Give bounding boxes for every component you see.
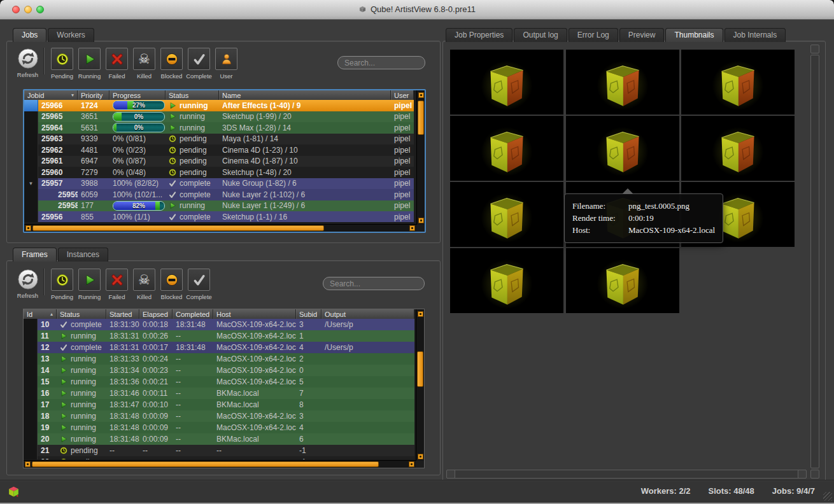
thumbnail-tile[interactable] <box>681 50 795 115</box>
column-header-id[interactable]: Id▴ <box>24 309 57 319</box>
pending-button[interactable]: Pending <box>48 48 76 80</box>
right-scroll-corner-bottom[interactable] <box>810 470 819 479</box>
jobs-horizontal-scrollbar[interactable] <box>24 224 416 232</box>
frame-row[interactable]: 10 complete 18:31:30 0:00:18 18:31:48 Ma… <box>24 319 414 330</box>
killed-button[interactable]: ☠ Killed <box>131 269 158 300</box>
frame-row[interactable]: 19 running 18:31:48 0:00:09 -- MacOSX-10… <box>24 422 414 433</box>
row-gutter[interactable] <box>24 353 38 365</box>
frame-row[interactable]: 18 running 18:31:48 0:00:09 -- MacOSX-10… <box>24 410 414 422</box>
column-header-priority[interactable]: Priority <box>78 90 110 100</box>
job-row[interactable]: 25956 855 100% (1/1) complete Sketchup (… <box>24 211 414 222</box>
thumbnail-tile[interactable] <box>450 248 563 313</box>
row-gutter[interactable] <box>24 200 38 212</box>
frame-row[interactable]: 13 running 18:31:33 0:00:24 -- MacOSX-10… <box>24 353 414 365</box>
jobs-horizontal-scroll-thumb[interactable] <box>32 225 324 231</box>
right-horizontal-scrollbar[interactable] <box>446 470 807 479</box>
right-scroll-right-button[interactable] <box>798 470 807 479</box>
row-gutter[interactable] <box>24 422 38 433</box>
row-gutter[interactable] <box>24 433 38 445</box>
row-gutter[interactable] <box>24 167 38 178</box>
row-gutter[interactable]: ▼ <box>24 178 38 190</box>
tab-instances[interactable]: Instances <box>58 248 108 262</box>
jobs-vertical-scrollbar[interactable] <box>416 90 425 225</box>
blocked-button[interactable]: Blocked <box>158 48 185 80</box>
tab-output-log[interactable]: Output log <box>514 28 567 42</box>
frame-row[interactable]: 22 pending -- -- -- -- -1 <box>24 456 414 459</box>
thumbnail-tile[interactable] <box>566 50 679 115</box>
row-gutter[interactable] <box>24 156 38 167</box>
tab-job-properties[interactable]: Job Properties <box>446 28 512 42</box>
jobs-scroll-right-button[interactable] <box>409 225 415 231</box>
refresh-button[interactable]: Refresh <box>14 269 41 299</box>
complete-button[interactable]: Complete <box>185 48 213 80</box>
jobs-scroll-up-button[interactable] <box>418 92 424 98</box>
column-header-status[interactable]: Status <box>57 309 106 319</box>
right-scroll-left-button[interactable] <box>446 470 455 479</box>
frames-horizontal-scrollbar[interactable] <box>24 460 416 468</box>
column-header-elapsed[interactable]: Elapsed <box>139 309 173 319</box>
job-row[interactable]: 25964 5631 0% running 3DS Max (1-28) / 1… <box>24 122 414 134</box>
column-header-subid[interactable]: Subid <box>296 309 322 319</box>
row-gutter[interactable] <box>24 134 38 145</box>
running-button[interactable]: Running <box>76 269 103 300</box>
frame-row[interactable]: 15 running 18:31:36 0:00:21 -- MacOSX-10… <box>24 376 414 388</box>
column-header-host[interactable]: Host <box>213 309 296 319</box>
jobs-scroll-down-button[interactable] <box>418 218 424 223</box>
refresh-button[interactable]: Refresh <box>14 48 41 78</box>
frame-row[interactable]: 16 running 18:31:46 0:00:11 -- BKMac.loc… <box>24 388 414 399</box>
row-gutter[interactable] <box>24 211 38 222</box>
frame-row[interactable]: 21 pending -- -- -- -- -1 <box>24 445 414 456</box>
row-gutter[interactable] <box>24 122 38 134</box>
frames-vertical-scroll-thumb[interactable] <box>417 351 423 387</box>
frames-vertical-scrollbar[interactable] <box>416 309 424 461</box>
thumbnail-tile[interactable] <box>566 116 679 181</box>
job-row[interactable]: 25959 6059 100% (102/1... complete Nuke … <box>24 189 414 200</box>
job-row[interactable]: 25962 4481 0% (0/23) pending Cinema 4D (… <box>24 144 414 156</box>
frames-search-input[interactable] <box>323 277 425 290</box>
killed-button[interactable]: ☠ Killed <box>131 48 158 80</box>
tab-preview[interactable]: Preview <box>619 28 665 42</box>
tab-thumbnails[interactable]: Thumbnails <box>665 28 723 42</box>
frame-row[interactable]: 17 running 18:31:47 0:00:10 -- BKMac.loc… <box>24 399 414 410</box>
right-scroll-corner-top[interactable] <box>810 45 819 53</box>
row-gutter[interactable] <box>24 100 38 111</box>
row-gutter[interactable] <box>24 189 38 200</box>
thumbnail-tile[interactable] <box>450 50 563 115</box>
running-button[interactable]: Running <box>76 48 103 80</box>
user-button[interactable]: User <box>213 48 240 80</box>
tab-job-internals[interactable]: Job Internals <box>724 28 786 42</box>
tab-jobs[interactable]: Jobs <box>13 28 46 42</box>
frames-scroll-down-button[interactable] <box>418 454 423 459</box>
thumbnail-tile[interactable] <box>681 116 795 181</box>
column-header-name[interactable]: Name <box>219 90 391 100</box>
blocked-button[interactable]: Blocked <box>158 269 185 300</box>
frame-row[interactable]: 20 running 18:31:48 0:00:09 -- BKMac.loc… <box>24 433 414 445</box>
column-header-completed[interactable]: Completed <box>173 309 213 319</box>
frames-scroll-left-button[interactable] <box>25 461 31 467</box>
jobs-search-input[interactable] <box>337 56 425 69</box>
row-gutter[interactable] <box>24 144 38 156</box>
pending-button[interactable]: Pending <box>48 269 76 300</box>
column-header-progress[interactable]: Progress <box>110 90 166 100</box>
row-gutter[interactable] <box>24 342 38 353</box>
failed-button[interactable]: Failed <box>103 48 131 80</box>
job-row[interactable]: ▼ 25957 3988 100% (82/82) complete Nuke … <box>24 178 414 190</box>
right-vertical-scrollbar[interactable] <box>810 55 819 468</box>
row-gutter[interactable] <box>24 445 38 456</box>
complete-button[interactable]: Complete <box>185 269 213 300</box>
row-gutter[interactable] <box>24 410 38 422</box>
failed-button[interactable]: Failed <box>103 269 131 300</box>
jobs-scroll-left-button[interactable] <box>25 225 31 231</box>
column-header-user[interactable]: User <box>391 90 414 100</box>
thumbnail-tile[interactable] <box>450 116 563 181</box>
tab-error-log[interactable]: Error Log <box>569 28 618 42</box>
frame-row[interactable]: 12 complete 18:31:31 0:00:17 18:31:48 Ma… <box>24 342 414 353</box>
row-gutter[interactable] <box>24 365 38 376</box>
resize-grip[interactable] <box>823 492 832 501</box>
row-gutter[interactable] <box>24 330 38 342</box>
tab-workers[interactable]: Workers <box>48 28 94 42</box>
column-header-started[interactable]: Started <box>106 309 139 319</box>
column-header-status[interactable]: Status <box>166 90 219 100</box>
job-row[interactable]: 25963 9339 0% (0/81) pending Maya (1-81)… <box>24 134 414 145</box>
jobs-vertical-scroll-thumb[interactable] <box>418 101 424 135</box>
